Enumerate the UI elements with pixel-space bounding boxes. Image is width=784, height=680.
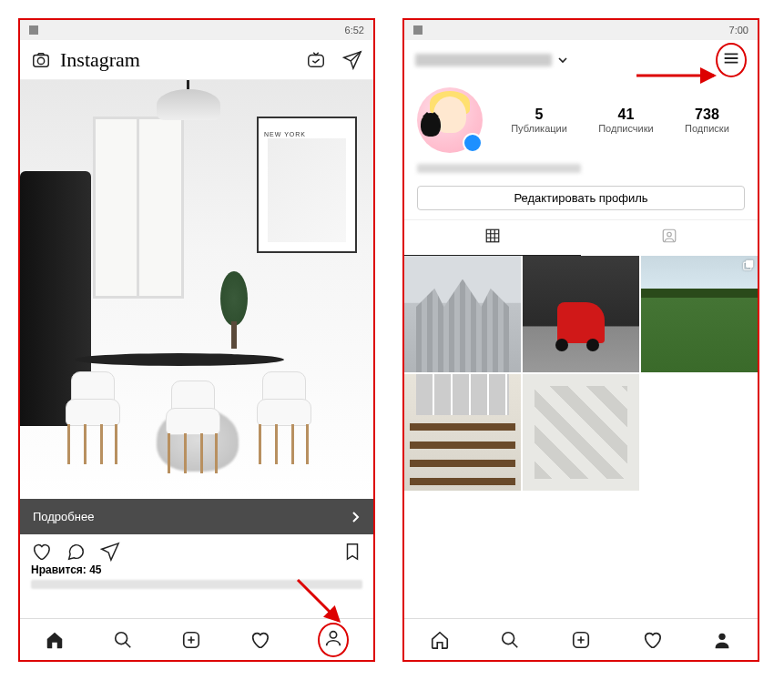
profile-stats: 5 Публикации 41 Подписчики 738 Подписки: [495, 107, 745, 134]
stat-following[interactable]: 738 Подписки: [685, 107, 729, 134]
nav-search-icon[interactable]: [113, 630, 133, 650]
nav-home-icon[interactable]: [45, 630, 65, 650]
edit-profile-button[interactable]: Редактировать профиль: [417, 186, 745, 210]
photo-grid: [404, 256, 758, 491]
stat-posts[interactable]: 5 Публикации: [511, 107, 567, 134]
svg-point-1: [37, 57, 44, 64]
instagram-logo: Instagram: [60, 48, 140, 72]
feed-screen: 6:52 Instagram Подробнее: [18, 18, 375, 662]
tagged-icon: [661, 228, 677, 244]
post-caption: [31, 580, 362, 589]
status-bar: 6:52: [20, 20, 373, 40]
bottom-nav: [404, 618, 758, 660]
share-icon[interactable]: [100, 542, 120, 562]
tab-grid[interactable]: [404, 220, 581, 256]
profile-header: [404, 40, 758, 80]
bottom-nav: [20, 618, 373, 660]
svg-rect-6: [486, 229, 499, 242]
hamburger-menu-icon[interactable]: [721, 48, 741, 68]
profile-tabs: [404, 219, 758, 256]
profile-info: 5 Публикации 41 Подписчики 738 Подписки: [404, 80, 758, 160]
svg-point-13: [719, 633, 726, 639]
feed-post-image[interactable]: [20, 80, 373, 499]
nav-home-icon[interactable]: [430, 630, 450, 650]
nav-add-icon[interactable]: [181, 630, 201, 650]
avatar[interactable]: [417, 87, 483, 153]
direct-icon[interactable]: [342, 50, 362, 70]
grid-photo[interactable]: [404, 256, 521, 372]
nav-profile-icon[interactable]: [323, 628, 343, 648]
profile-bio: [417, 164, 581, 173]
nav-activity-icon[interactable]: [249, 630, 270, 650]
svg-point-8: [667, 232, 672, 237]
svg-point-3: [116, 632, 127, 644]
svg-point-11: [503, 632, 514, 644]
grid-empty: [641, 374, 758, 491]
svg-rect-2: [309, 55, 324, 66]
profile-screen: 7:00 5 Публикации 41 Под: [402, 18, 759, 662]
igtv-icon[interactable]: [306, 50, 326, 70]
nav-profile-highlight: [318, 623, 349, 657]
feed-header: Instagram: [20, 40, 373, 80]
carousel-badge-icon: [742, 259, 755, 271]
grid-photo[interactable]: [523, 256, 639, 372]
svg-rect-9: [746, 260, 753, 268]
svg-point-5: [331, 631, 337, 637]
status-bar: 7:00: [404, 20, 758, 40]
banner-label: Подробнее: [33, 510, 94, 523]
chevron-right-icon: [351, 511, 361, 523]
like-icon[interactable]: [31, 542, 51, 562]
grid-photo[interactable]: [404, 374, 521, 491]
grid-photo[interactable]: [523, 374, 639, 491]
nav-search-icon[interactable]: [500, 630, 520, 650]
menu-highlight: [716, 43, 747, 77]
status-icon: [413, 25, 423, 35]
tab-tagged[interactable]: [581, 220, 758, 256]
stat-followers[interactable]: 41 Подписчики: [598, 107, 654, 134]
nav-activity-icon[interactable]: [642, 630, 662, 650]
bookmark-icon[interactable]: [342, 542, 362, 562]
camera-icon[interactable]: [31, 50, 51, 70]
svg-rect-0: [34, 55, 49, 66]
nav-profile-icon[interactable]: [712, 630, 732, 650]
comment-icon[interactable]: [66, 542, 86, 562]
chevron-down-icon[interactable]: [557, 55, 568, 66]
status-time: 6:52: [345, 25, 364, 36]
username[interactable]: [415, 54, 552, 66]
likes-count[interactable]: Нравится: 45: [20, 563, 373, 580]
grid-photo[interactable]: [641, 256, 758, 372]
nav-add-icon[interactable]: [571, 630, 591, 650]
status-time: 7:00: [729, 25, 748, 36]
status-icon: [29, 25, 38, 35]
grid-icon: [484, 228, 501, 244]
sponsored-banner[interactable]: Подробнее: [20, 499, 373, 534]
post-actions: [20, 534, 373, 563]
